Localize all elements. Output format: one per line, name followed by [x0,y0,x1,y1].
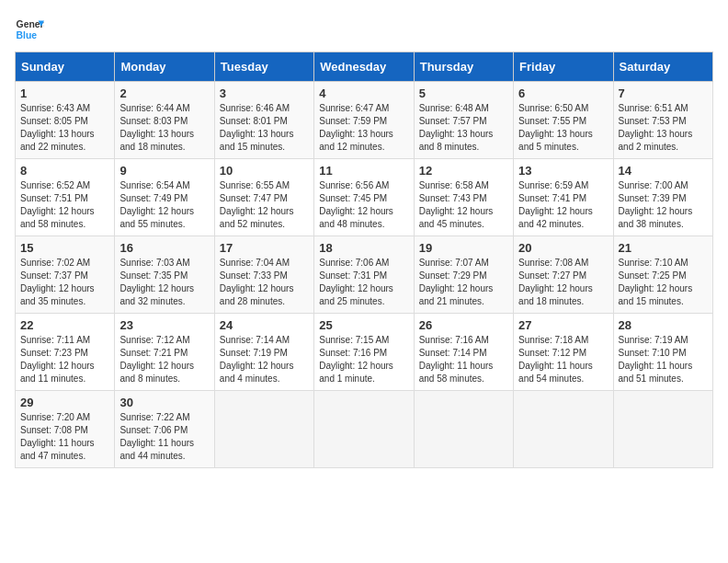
cell-content: Sunrise: 7:11 AMSunset: 7:23 PMDaylight:… [20,334,109,385]
day-number: 2 [119,86,209,100]
weekday-header-thursday: Thursday [414,52,513,82]
calendar-cell [414,391,513,468]
day-number: 27 [518,318,608,332]
cell-content: Sunrise: 6:55 AMSunset: 7:47 PMDaylight:… [220,179,309,231]
day-number: 23 [119,318,209,332]
logo: General Blue [15,15,44,44]
day-number: 3 [220,86,309,100]
calendar-cell [214,391,313,468]
calendar-cell: 22Sunrise: 7:11 AMSunset: 7:23 PMDayligh… [16,314,115,391]
calendar-cell: 27Sunrise: 7:18 AMSunset: 7:12 PMDayligh… [514,314,613,391]
cell-content: Sunrise: 6:52 AMSunset: 7:51 PMDaylight:… [20,179,109,231]
day-number: 17 [220,241,309,255]
cell-content: Sunrise: 7:02 AMSunset: 7:37 PMDaylight:… [20,257,109,308]
cell-content: Sunrise: 6:50 AMSunset: 7:55 PMDaylight:… [518,102,608,154]
calendar-cell: 26Sunrise: 7:16 AMSunset: 7:14 PMDayligh… [414,314,513,391]
svg-text:Blue: Blue [17,30,38,40]
day-number: 30 [119,396,209,409]
cell-content: Sunrise: 6:46 AMSunset: 8:01 PMDaylight:… [220,102,309,154]
weekday-header-sunday: Sunday [16,52,115,82]
cell-content: Sunrise: 7:06 AMSunset: 7:31 PMDaylight:… [319,257,408,308]
cell-content: Sunrise: 7:04 AMSunset: 7:33 PMDaylight:… [220,257,309,308]
calendar-week-row: 15Sunrise: 7:02 AMSunset: 7:37 PMDayligh… [16,236,713,314]
cell-content: Sunrise: 7:19 AMSunset: 7:10 PMDaylight:… [619,334,708,385]
day-number: 20 [518,241,608,255]
day-number: 9 [119,164,209,178]
cell-content: Sunrise: 7:18 AMSunset: 7:12 PMDaylight:… [518,334,608,385]
cell-content: Sunrise: 7:08 AMSunset: 7:27 PMDaylight:… [518,257,608,308]
day-number: 14 [619,164,708,178]
cell-content: Sunrise: 7:12 AMSunset: 7:21 PMDaylight:… [119,334,209,385]
cell-content: Sunrise: 7:14 AMSunset: 7:19 PMDaylight:… [220,334,309,385]
day-number: 19 [419,241,508,255]
day-number: 16 [119,241,209,255]
calendar-cell: 3Sunrise: 6:46 AMSunset: 8:01 PMDaylight… [214,82,313,159]
calendar-cell: 21Sunrise: 7:10 AMSunset: 7:25 PMDayligh… [613,236,712,314]
day-number: 8 [20,164,109,178]
calendar-cell: 15Sunrise: 7:02 AMSunset: 7:37 PMDayligh… [16,236,115,314]
weekday-header-wednesday: Wednesday [314,52,414,82]
calendar-header-row: SundayMondayTuesdayWednesdayThursdayFrid… [16,52,713,82]
day-number: 7 [619,86,708,100]
calendar-cell [514,391,613,468]
calendar-week-row: 1Sunrise: 6:43 AMSunset: 8:05 PMDaylight… [16,82,713,159]
calendar-cell: 14Sunrise: 7:00 AMSunset: 7:39 PMDayligh… [613,159,712,236]
cell-content: Sunrise: 6:51 AMSunset: 7:53 PMDaylight:… [619,102,708,154]
day-number: 28 [619,318,708,332]
calendar-week-row: 8Sunrise: 6:52 AMSunset: 7:51 PMDaylight… [16,159,713,236]
cell-content: Sunrise: 6:59 AMSunset: 7:41 PMDaylight:… [518,179,608,231]
day-number: 25 [319,318,408,332]
calendar-cell: 25Sunrise: 7:15 AMSunset: 7:16 PMDayligh… [314,314,414,391]
day-number: 10 [220,164,309,178]
calendar-cell: 29Sunrise: 7:20 AMSunset: 7:08 PMDayligh… [16,391,115,468]
calendar-cell: 2Sunrise: 6:44 AMSunset: 8:03 PMDaylight… [115,82,214,159]
logo-icon: General Blue [15,15,44,44]
calendar-cell: 12Sunrise: 6:58 AMSunset: 7:43 PMDayligh… [414,159,513,236]
cell-content: Sunrise: 6:54 AMSunset: 7:49 PMDaylight:… [119,179,209,231]
weekday-header-monday: Monday [115,52,214,82]
day-number: 22 [20,318,109,332]
cell-content: Sunrise: 7:15 AMSunset: 7:16 PMDaylight:… [319,334,408,385]
calendar-cell [613,391,712,468]
cell-content: Sunrise: 7:07 AMSunset: 7:29 PMDaylight:… [419,257,508,308]
day-number: 21 [619,241,708,255]
day-number: 18 [319,241,408,255]
cell-content: Sunrise: 6:47 AMSunset: 7:59 PMDaylight:… [319,102,408,154]
calendar-cell: 30Sunrise: 7:22 AMSunset: 7:06 PMDayligh… [115,391,214,468]
calendar-cell: 11Sunrise: 6:56 AMSunset: 7:45 PMDayligh… [314,159,414,236]
cell-content: Sunrise: 6:43 AMSunset: 8:05 PMDaylight:… [20,102,109,154]
calendar-cell: 19Sunrise: 7:07 AMSunset: 7:29 PMDayligh… [414,236,513,314]
day-number: 26 [419,318,508,332]
calendar-cell: 1Sunrise: 6:43 AMSunset: 8:05 PMDaylight… [16,82,115,159]
calendar-cell: 13Sunrise: 6:59 AMSunset: 7:41 PMDayligh… [514,159,613,236]
day-number: 15 [20,241,109,255]
calendar-cell: 10Sunrise: 6:55 AMSunset: 7:47 PMDayligh… [214,159,313,236]
day-number: 12 [419,164,508,178]
calendar-cell: 18Sunrise: 7:06 AMSunset: 7:31 PMDayligh… [314,236,414,314]
page-header: General Blue [15,15,713,44]
calendar-week-row: 29Sunrise: 7:20 AMSunset: 7:08 PMDayligh… [16,391,713,468]
calendar-cell [314,391,414,468]
cell-content: Sunrise: 7:16 AMSunset: 7:14 PMDaylight:… [419,334,508,385]
day-number: 13 [518,164,608,178]
calendar-cell: 23Sunrise: 7:12 AMSunset: 7:21 PMDayligh… [115,314,214,391]
cell-content: Sunrise: 7:20 AMSunset: 7:08 PMDaylight:… [20,411,109,463]
cell-content: Sunrise: 6:56 AMSunset: 7:45 PMDaylight:… [319,179,408,231]
cell-content: Sunrise: 7:22 AMSunset: 7:06 PMDaylight:… [119,411,209,463]
calendar-week-row: 22Sunrise: 7:11 AMSunset: 7:23 PMDayligh… [16,314,713,391]
weekday-header-tuesday: Tuesday [214,52,313,82]
calendar-cell: 24Sunrise: 7:14 AMSunset: 7:19 PMDayligh… [214,314,313,391]
calendar-cell: 16Sunrise: 7:03 AMSunset: 7:35 PMDayligh… [115,236,214,314]
calendar-cell: 28Sunrise: 7:19 AMSunset: 7:10 PMDayligh… [613,314,712,391]
calendar-cell: 20Sunrise: 7:08 AMSunset: 7:27 PMDayligh… [514,236,613,314]
calendar-cell: 7Sunrise: 6:51 AMSunset: 7:53 PMDaylight… [613,82,712,159]
cell-content: Sunrise: 7:03 AMSunset: 7:35 PMDaylight:… [119,257,209,308]
calendar-cell: 9Sunrise: 6:54 AMSunset: 7:49 PMDaylight… [115,159,214,236]
calendar-cell: 8Sunrise: 6:52 AMSunset: 7:51 PMDaylight… [16,159,115,236]
weekday-header-friday: Friday [514,52,613,82]
calendar-cell: 5Sunrise: 6:48 AMSunset: 7:57 PMDaylight… [414,82,513,159]
day-number: 24 [220,318,309,332]
cell-content: Sunrise: 7:00 AMSunset: 7:39 PMDaylight:… [619,179,708,231]
calendar-table: SundayMondayTuesdayWednesdayThursdayFrid… [15,52,713,468]
cell-content: Sunrise: 6:48 AMSunset: 7:57 PMDaylight:… [419,102,508,154]
